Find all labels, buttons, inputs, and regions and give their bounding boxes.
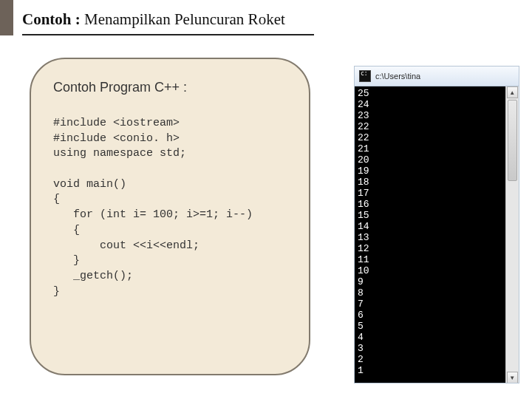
console-titlebar[interactable]: c:\Users\tina bbox=[355, 66, 519, 86]
chevron-up-icon: ▲ bbox=[509, 89, 515, 96]
scroll-down-button[interactable]: ▼ bbox=[507, 372, 518, 383]
chevron-down-icon: ▼ bbox=[509, 375, 515, 381]
scroll-thumb[interactable] bbox=[508, 100, 517, 181]
card-subtitle: Contoh Program C++ : bbox=[53, 80, 288, 95]
slide-title: Contoh : Menampilkan Peluncuran Roket bbox=[22, 10, 285, 29]
code-example-card: Contoh Program C++ : #include <iostream>… bbox=[30, 58, 310, 375]
scroll-up-button[interactable]: ▲ bbox=[507, 86, 518, 98]
console-window: c:\Users\tina 25 24 23 22 22 21 20 19 18… bbox=[355, 66, 519, 383]
title-bold-part: Contoh : bbox=[22, 10, 81, 28]
cpp-code-block: #include <iostream> #include <conio. h> … bbox=[53, 116, 288, 299]
vertical-scrollbar[interactable]: ▲ ▼ bbox=[505, 86, 519, 383]
title-rest-part: Menampilkan Peluncuran Roket bbox=[81, 10, 285, 28]
title-underline bbox=[22, 34, 314, 35]
slide-accent-bar bbox=[0, 0, 13, 35]
console-body-wrap: 25 24 23 22 22 21 20 19 18 17 16 15 14 1… bbox=[355, 86, 519, 383]
console-title-text: c:\Users\tina bbox=[375, 72, 420, 81]
console-output: 25 24 23 22 22 21 20 19 18 17 16 15 14 1… bbox=[355, 86, 505, 383]
cmd-icon bbox=[359, 70, 371, 82]
